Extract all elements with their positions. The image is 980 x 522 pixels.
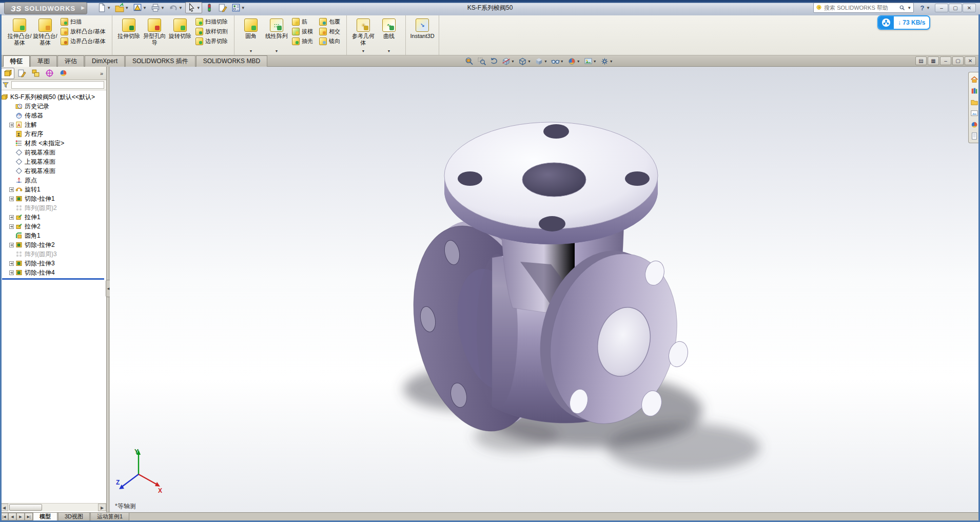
tree-root-item[interactable]: KS-F系列梭阀50 (默认<<默认>	[1, 92, 106, 102]
bottom-tab-模型[interactable]: 模型	[33, 512, 57, 520]
view-orientation-button[interactable]: ▼	[517, 56, 533, 67]
ribbon-button-boundary-cut[interactable]: 边界切除	[193, 36, 230, 46]
tree-item[interactable]: 材质 <未指定>	[8, 139, 106, 148]
ribbon-button-revolved-boss[interactable]: 旋转凸台/基体	[32, 17, 58, 54]
tree-item[interactable]: A注解	[8, 120, 106, 129]
expand-icon[interactable]	[9, 261, 14, 266]
ribbon-button-swept-cut[interactable]: 扫描切除	[193, 17, 230, 27]
scroll-right-icon[interactable]: ▶	[98, 504, 106, 511]
expand-icon[interactable]	[9, 197, 14, 201]
reference-geometry-dropdown-icon[interactable]: ▼	[362, 49, 365, 53]
maximize-button[interactable]: ▢	[949, 4, 962, 12]
tree-item[interactable]: 阵列(圆周)2	[8, 203, 106, 212]
apply-scene-dropdown-icon[interactable]: ▼	[593, 60, 597, 63]
minimize-document-button[interactable]: –	[940, 56, 951, 65]
tree-item[interactable]: 切除-拉伸1	[8, 194, 106, 203]
print-button[interactable]: ▼	[149, 2, 166, 13]
zoom-fit-button[interactable]	[463, 56, 475, 67]
tree-item[interactable]: 上视基准面	[8, 157, 106, 166]
tree-item[interactable]: 切除-拉伸3	[8, 259, 106, 268]
download-speed-badge[interactable]: ↓ 73 KB/s	[877, 15, 930, 30]
view-orientation-dropdown-icon[interactable]: ▼	[527, 60, 531, 63]
ribbon-button-lofted-cut[interactable]: 放样切割	[193, 27, 230, 36]
zoom-area-button[interactable]	[476, 56, 487, 67]
custom-properties-tab[interactable]	[970, 131, 979, 141]
configurationmanager-tab[interactable]	[29, 68, 42, 79]
tree-item[interactable]: 圆角1	[8, 231, 106, 240]
displaymanager-tab[interactable]	[56, 68, 70, 79]
tree-filter-input[interactable]	[11, 81, 104, 89]
expand-icon[interactable]	[9, 243, 14, 247]
ribbon-button-linear-pattern[interactable]: :::线性阵列▼	[264, 17, 289, 54]
tree-item[interactable]: 阵列(圆周)3	[8, 249, 106, 259]
search-input[interactable]	[824, 5, 897, 11]
ribbon-button-fillet[interactable]: 圆角▼	[238, 17, 264, 54]
undo-button[interactable]: ▼	[167, 2, 184, 13]
display-style-button[interactable]: ▼	[533, 56, 549, 67]
tab-SOLIDWORKS 插件[interactable]: SOLIDWORKS 插件	[125, 55, 195, 67]
edit-appearance-dropdown-icon[interactable]: ▼	[577, 60, 580, 63]
edit-appearance-button[interactable]: ▼	[566, 56, 582, 67]
close-button[interactable]: ✕	[963, 4, 976, 12]
fillet-dropdown-icon[interactable]: ▼	[249, 49, 253, 53]
view-palette-tab[interactable]	[970, 108, 979, 118]
design-library-tab[interactable]	[970, 86, 979, 95]
linear-pattern-dropdown-icon[interactable]: ▼	[275, 49, 279, 53]
last-tab-button[interactable]: ▶|	[25, 513, 33, 520]
traffic-light-button[interactable]	[203, 2, 215, 13]
section-view-button[interactable]: ▼	[500, 56, 516, 67]
first-tab-button[interactable]: |◀	[0, 513, 8, 520]
graphics-viewport[interactable]: Y X Z *等轴测	[110, 67, 980, 512]
featuremanager-tree-tab[interactable]	[1, 68, 14, 79]
print-dropdown-icon[interactable]: ▼	[161, 6, 165, 10]
open-document-button[interactable]: ▼	[113, 2, 130, 13]
ribbon-button-shell[interactable]: 抽壳	[289, 36, 316, 46]
help-search-box[interactable]: ? ▼	[813, 3, 914, 13]
scroll-left-icon[interactable]: ◀	[0, 504, 8, 511]
tree-item[interactable]: 切除-拉伸4	[8, 268, 106, 277]
undo-dropdown-icon[interactable]: ▼	[179, 6, 183, 10]
tree-item[interactable]: 拉伸1	[8, 212, 106, 222]
prev-tab-button[interactable]: ◀	[8, 513, 16, 520]
bottom-tab-运动算例1[interactable]: 运动算例1	[90, 512, 129, 520]
file-properties-button[interactable]	[217, 2, 229, 13]
ribbon-button-reference-geometry[interactable]: ✳参考几何体▼	[350, 17, 376, 54]
tree-item[interactable]: 右视基准面	[8, 166, 106, 176]
tree-item[interactable]: 历史记录	[8, 102, 106, 111]
part-top-flange[interactable]	[444, 122, 658, 244]
ribbon-button-swept-boss[interactable]: 扫描	[58, 17, 108, 27]
tree-item[interactable]: 原点	[8, 176, 106, 185]
panel-horizontal-scrollbar[interactable]: ◀ ▶	[0, 503, 106, 511]
ribbon-button-revolved-cut[interactable]: 旋转切除	[167, 17, 193, 54]
ribbon-button-intersect[interactable]: 相交	[317, 27, 343, 36]
logo-chevron-icon[interactable]: ▶	[81, 5, 85, 10]
hide-show-items-dropdown-icon[interactable]: ▼	[560, 60, 564, 63]
new-document-button[interactable]: ▼	[95, 2, 112, 13]
manager-overflow-button[interactable]: »	[100, 70, 105, 76]
expand-icon[interactable]	[9, 224, 14, 229]
expand-icon[interactable]	[9, 215, 14, 220]
hide-show-items-button[interactable]: ▼	[550, 56, 565, 67]
expand-icon[interactable]	[9, 270, 14, 275]
help-button[interactable]: ? ▼	[917, 3, 932, 13]
display-style-dropdown-icon[interactable]: ▼	[544, 60, 547, 63]
new-document-dropdown-icon[interactable]: ▼	[107, 6, 111, 10]
viewport-split-grid-button[interactable]: ▦	[928, 56, 939, 65]
ribbon-button-mirror[interactable]: 镜向	[317, 36, 343, 46]
options-list-dropdown-icon[interactable]: ▼	[241, 6, 245, 10]
dimxpertmanager-tab[interactable]	[43, 68, 56, 79]
appearances-pane-tab[interactable]	[970, 120, 979, 129]
viewport-split-horizontal-button[interactable]: ▤	[915, 56, 927, 65]
propertymanager-tab[interactable]	[15, 68, 28, 79]
tab-SOLIDWORKS MBD[interactable]: SOLIDWORKS MBD	[196, 55, 267, 67]
previous-view-button[interactable]	[488, 56, 500, 67]
ribbon-button-rib[interactable]: 筋	[289, 17, 316, 27]
ribbon-button-curves[interactable]: ∿曲线▼	[376, 17, 402, 54]
ribbon-button-extruded-boss[interactable]: 拉伸凸台/基体	[7, 17, 32, 54]
search-icon[interactable]	[899, 4, 905, 11]
view-settings-dropdown-icon[interactable]: ▼	[610, 60, 613, 63]
tab-草图[interactable]: 草图	[30, 55, 57, 67]
apply-scene-button[interactable]: ▼	[582, 56, 598, 67]
restore-document-button[interactable]: ▢	[952, 56, 964, 65]
tree-item[interactable]: 切除-拉伸2	[8, 240, 106, 249]
